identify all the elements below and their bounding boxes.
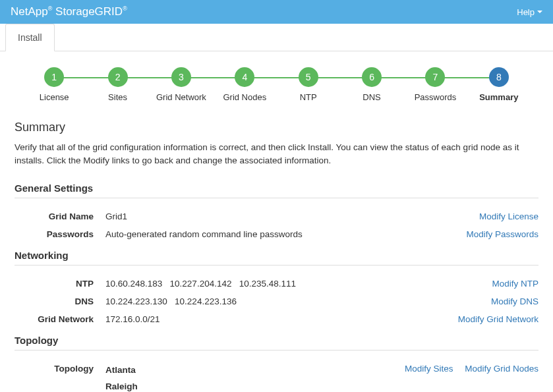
- stepper: 1 License 2 Sites 3 Grid Network 4 Grid …: [0, 51, 553, 109]
- label-topology: Topology: [15, 364, 105, 374]
- site-atlanta: Atlanta: [105, 365, 398, 375]
- step-number: 2: [108, 67, 128, 87]
- step-label: Summary: [479, 92, 518, 102]
- step-number: 7: [425, 67, 445, 87]
- reg-mark: ®: [123, 5, 127, 12]
- step-ntp[interactable]: 5 NTP: [277, 67, 340, 102]
- section-topology: Topology: [15, 335, 538, 350]
- label-grid-name: Grid Name: [15, 211, 105, 221]
- top-bar: NetApp® StorageGRID® Help: [0, 0, 553, 24]
- step-label: DNS: [363, 92, 380, 102]
- tab-install-label: Install: [18, 32, 42, 43]
- value-dns: 10.224.223.130 10.224.223.136: [105, 296, 491, 306]
- link-modify-grid-nodes[interactable]: Modify Grid Nodes: [465, 364, 538, 374]
- step-label: License: [40, 92, 69, 102]
- brand-left: NetApp: [11, 5, 48, 18]
- step-label: Sites: [108, 92, 127, 102]
- page-intro: Verify that all of the grid configuratio…: [15, 141, 538, 167]
- value-grid-network: 172.16.0.0/21: [105, 314, 458, 324]
- step-passwords[interactable]: 7 Passwords: [403, 67, 467, 102]
- step-label: NTP: [300, 92, 317, 102]
- link-modify-dns[interactable]: Modify DNS: [491, 296, 538, 306]
- section-networking: Networking: [15, 250, 538, 266]
- step-label: Grid Network: [156, 92, 206, 102]
- value-topology: Atlanta Raleigh dc1-adm1 dc1-g1 dc1-s1 d…: [105, 364, 405, 392]
- section-general-settings: General Settings: [15, 182, 538, 198]
- brand-right: StorageGRID: [55, 5, 123, 18]
- link-modify-license[interactable]: Modify License: [479, 211, 538, 221]
- step-license[interactable]: 1 License: [22, 67, 86, 102]
- step-grid-nodes[interactable]: 4 Grid Nodes: [213, 67, 276, 102]
- link-modify-passwords[interactable]: Modify Passwords: [466, 229, 538, 239]
- value-grid-name: Grid1: [105, 211, 479, 221]
- label-dns: DNS: [15, 296, 105, 306]
- tab-bar: Install: [0, 24, 553, 51]
- step-number: 1: [44, 67, 64, 87]
- row-grid-name: Grid Name Grid1 Modify License: [15, 208, 538, 225]
- site-raleigh: Raleigh: [105, 381, 398, 391]
- row-ntp: NTP 10.60.248.183 10.227.204.142 10.235.…: [15, 275, 538, 293]
- step-number: 8: [489, 67, 509, 87]
- reg-mark: ®: [48, 5, 53, 12]
- help-menu[interactable]: Help: [517, 7, 542, 17]
- step-number: 4: [235, 67, 254, 87]
- step-summary[interactable]: 8 Summary: [467, 67, 531, 102]
- step-number: 6: [362, 67, 382, 87]
- step-number: 3: [171, 67, 191, 87]
- page-content: Summary Verify that all of the grid conf…: [0, 109, 553, 392]
- help-label: Help: [517, 7, 535, 17]
- step-label: Passwords: [415, 92, 457, 102]
- link-modify-ntp[interactable]: Modify NTP: [492, 279, 538, 289]
- row-topology: Topology Atlanta Raleigh dc1-adm1 dc1-g1…: [15, 360, 538, 392]
- step-grid-network[interactable]: 3 Grid Network: [150, 67, 213, 102]
- value-ntp: 10.60.248.183 10.227.204.142 10.235.48.1…: [105, 279, 492, 289]
- step-label: Grid Nodes: [223, 92, 266, 102]
- link-modify-sites[interactable]: Modify Sites: [405, 364, 453, 374]
- step-sites[interactable]: 2 Sites: [86, 67, 149, 102]
- caret-down-icon: [537, 11, 542, 13]
- label-passwords: Passwords: [15, 229, 105, 239]
- tab-install[interactable]: Install: [5, 24, 55, 51]
- value-passwords: Auto-generated random command line passw…: [105, 229, 466, 239]
- row-grid-network: Grid Network 172.16.0.0/21 Modify Grid N…: [15, 310, 538, 328]
- page-title: Summary: [15, 121, 538, 134]
- row-dns: DNS 10.224.223.130 10.224.223.136 Modify…: [15, 293, 538, 310]
- label-grid-network: Grid Network: [15, 314, 105, 324]
- brand: NetApp® StorageGRID®: [11, 5, 127, 18]
- step-dns[interactable]: 6 DNS: [340, 67, 403, 102]
- step-number: 5: [299, 67, 318, 87]
- label-ntp: NTP: [15, 279, 105, 289]
- link-modify-grid-network[interactable]: Modify Grid Network: [458, 314, 538, 324]
- row-passwords: Passwords Auto-generated random command …: [15, 225, 538, 243]
